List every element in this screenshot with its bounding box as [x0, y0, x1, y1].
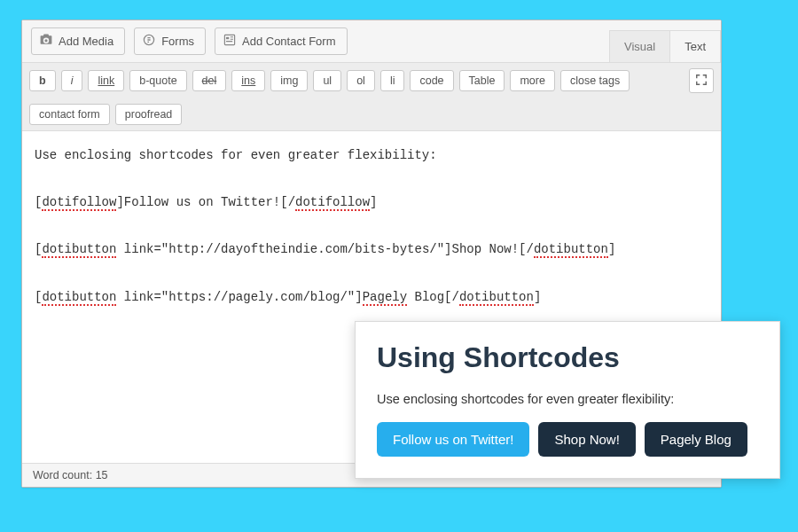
forms-label: Forms — [161, 35, 194, 48]
preview-card: Using Shortcodes Use enclosing shortcode… — [355, 321, 780, 479]
qt-link-button[interactable]: link — [88, 70, 124, 91]
qt-bquote-button[interactable]: b-quote — [129, 70, 186, 91]
word-count-value: 15 — [96, 469, 108, 481]
pagely-blog-button[interactable]: Pagely Blog — [645, 422, 747, 457]
quicktags-toolbar: b i link b-quote del ins img ul ol li co… — [22, 63, 721, 131]
qt-ul-button[interactable]: ul — [313, 70, 341, 91]
qt-li-button[interactable]: li — [380, 70, 405, 91]
contact-form-icon — [223, 33, 237, 50]
qt-ol-button[interactable]: ol — [347, 70, 375, 91]
forms-button[interactable]: Forms — [134, 27, 206, 55]
add-media-button[interactable]: Add Media — [31, 27, 125, 55]
qt-del-button[interactable]: del — [192, 70, 227, 91]
qt-more-button[interactable]: more — [510, 70, 554, 91]
editor-top-bar: Add Media Forms Add Contact Form Visual … — [22, 20, 721, 63]
forms-icon — [142, 33, 156, 50]
add-contact-form-label: Add Contact Form — [242, 35, 336, 48]
add-contact-form-button[interactable]: Add Contact Form — [215, 27, 348, 55]
svg-rect-1 — [224, 35, 234, 44]
qt-table-button[interactable]: Table — [459, 70, 505, 91]
qt-ins-button[interactable]: ins — [231, 70, 265, 91]
qt-italic-button[interactable]: i — [61, 70, 83, 91]
qt-contact-form-button[interactable]: contact form — [29, 104, 110, 125]
follow-twitter-button[interactable]: Follow us on Twitter! — [377, 422, 529, 457]
shop-now-button[interactable]: Shop Now! — [538, 422, 635, 457]
qt-close-tags-button[interactable]: close tags — [560, 70, 630, 91]
add-media-label: Add Media — [59, 35, 113, 48]
qt-proofread-button[interactable]: proofread — [115, 104, 183, 125]
fullscreen-button[interactable] — [689, 68, 714, 93]
qt-bold-button[interactable]: b — [29, 70, 56, 91]
preview-title: Using Shortcodes — [377, 341, 758, 374]
preview-lead: Use enclosing shortcodes for even greate… — [377, 392, 758, 406]
fullscreen-icon — [695, 74, 708, 89]
tab-visual[interactable]: Visual — [609, 30, 670, 62]
qt-code-button[interactable]: code — [410, 70, 453, 91]
svg-rect-2 — [226, 37, 229, 39]
qt-img-button[interactable]: img — [270, 70, 308, 91]
word-count-label: Word count: — [33, 469, 96, 481]
camera-music-icon — [39, 33, 53, 50]
editor-mode-tabs: Visual Text — [609, 20, 721, 62]
tab-text[interactable]: Text — [670, 30, 721, 62]
preview-button-row: Follow us on Twitter! Shop Now! Pagely B… — [377, 422, 758, 457]
